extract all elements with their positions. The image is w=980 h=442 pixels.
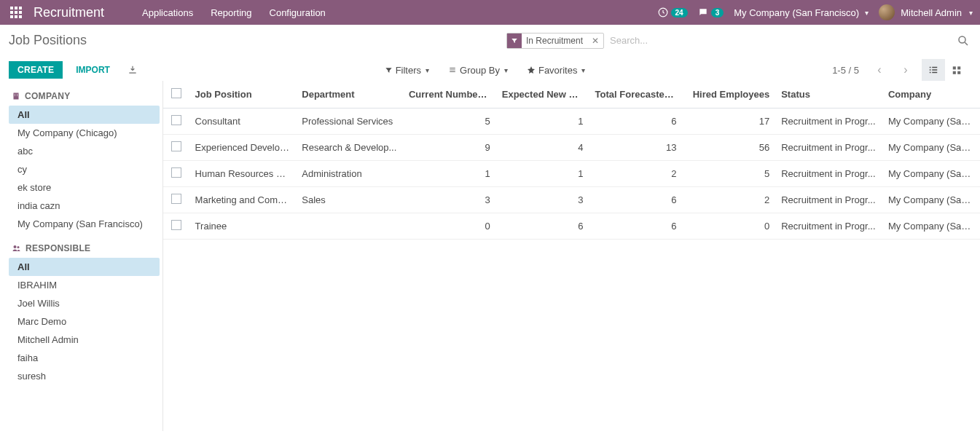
row-checkbox[interactable] bbox=[171, 115, 181, 125]
list-view-button[interactable] bbox=[922, 59, 945, 81]
groupby-button[interactable]: Group By▾ bbox=[448, 65, 508, 76]
page-prev-button[interactable]: ‹ bbox=[869, 60, 890, 80]
svg-rect-6 bbox=[10, 15, 13, 18]
filters-button[interactable]: Filters▾ bbox=[385, 65, 429, 76]
select-all-checkbox[interactable] bbox=[171, 88, 181, 98]
sidebar-item-company[interactable]: My Company (Chicago) bbox=[9, 124, 160, 142]
search-facet[interactable]: In Recruitment ✕ bbox=[506, 33, 604, 49]
svg-point-21 bbox=[17, 246, 20, 248]
cell-job: Consultant bbox=[189, 108, 297, 135]
filter-icon bbox=[385, 66, 393, 74]
kanban-view-button[interactable] bbox=[945, 59, 968, 81]
cell-department: Administration bbox=[296, 161, 403, 187]
col-header-forecast[interactable]: Total Forecasted E... bbox=[589, 81, 683, 108]
user-menu[interactable]: Mitchell Admin▾ bbox=[879, 4, 973, 20]
company-switcher[interactable]: My Company (San Francisco)▾ bbox=[734, 7, 869, 18]
apps-menu-icon[interactable] bbox=[7, 4, 25, 21]
svg-rect-1 bbox=[15, 7, 17, 9]
app-title[interactable]: Recruitment bbox=[34, 5, 104, 20]
table-row[interactable]: Human Resources M...Administration1125Re… bbox=[163, 161, 980, 187]
sidebar-item-company[interactable]: cy bbox=[9, 160, 160, 178]
search-icon[interactable] bbox=[957, 34, 970, 47]
col-header-hired[interactable]: Hired Employees bbox=[682, 81, 775, 108]
sidebar-item-responsible[interactable]: IBRAHIM bbox=[9, 276, 160, 294]
sidebar-item-company[interactable]: ek store bbox=[9, 178, 160, 197]
favorites-label: Favorites bbox=[538, 65, 577, 76]
cell-hired: 5 bbox=[682, 161, 775, 187]
building-icon bbox=[12, 92, 20, 100]
avatar bbox=[879, 4, 895, 20]
sidebar-item-company[interactable]: india cazn bbox=[9, 197, 160, 215]
col-header-company[interactable]: Company bbox=[882, 81, 980, 108]
control-panel: Job Positions In Recruitment ✕ CREATE IM… bbox=[0, 25, 980, 81]
cell-forecast: 13 bbox=[589, 135, 683, 161]
facet-remove-icon[interactable]: ✕ bbox=[587, 36, 603, 46]
sidebar-item-responsible[interactable]: faiha bbox=[9, 349, 160, 367]
svg-rect-13 bbox=[953, 71, 956, 74]
col-header-status[interactable]: Status bbox=[775, 81, 882, 108]
facet-label: In Recruitment bbox=[522, 36, 587, 46]
activity-count: 24 bbox=[671, 8, 688, 17]
row-checkbox[interactable] bbox=[171, 220, 181, 230]
filter-icon bbox=[507, 33, 522, 48]
table-header-row: Job Position Department Current Number o… bbox=[163, 81, 980, 108]
cell-forecast: 6 bbox=[589, 213, 683, 240]
messaging-indicator[interactable]: 3 bbox=[698, 7, 724, 17]
create-button[interactable]: CREATE bbox=[9, 61, 63, 79]
row-checkbox[interactable] bbox=[171, 141, 181, 151]
people-icon bbox=[12, 244, 21, 253]
cell-expected: 4 bbox=[496, 135, 589, 161]
menu-configuration[interactable]: Configuration bbox=[261, 0, 334, 25]
menu-reporting[interactable]: Reporting bbox=[202, 0, 260, 25]
search-input[interactable] bbox=[604, 32, 968, 49]
cell-status: Recruitment in Progr... bbox=[775, 135, 882, 161]
sidebar-item-company[interactable]: All bbox=[9, 106, 160, 124]
row-checkbox[interactable] bbox=[171, 194, 181, 204]
cell-department: Research & Develop... bbox=[296, 135, 403, 161]
sidebar-company-label: COMPANY bbox=[25, 91, 71, 101]
cell-job: Trainee bbox=[189, 213, 297, 240]
clock-icon bbox=[658, 7, 668, 17]
sidebar-item-responsible[interactable]: All bbox=[9, 258, 160, 276]
sidebar-item-company[interactable]: My Company (San Francisco) bbox=[9, 215, 160, 233]
col-header-department[interactable]: Department bbox=[296, 81, 403, 108]
cell-current: 3 bbox=[403, 187, 496, 213]
table-row[interactable]: Experienced DeveloperResearch & Develop.… bbox=[163, 135, 980, 161]
top-navbar: Recruitment Applications Reporting Confi… bbox=[0, 0, 980, 25]
import-button[interactable]: IMPORT bbox=[67, 61, 119, 79]
menu-applications[interactable]: Applications bbox=[133, 0, 202, 25]
row-checkbox[interactable] bbox=[171, 167, 181, 178]
col-header-expected[interactable]: Expected New Emp... bbox=[496, 81, 589, 108]
sidebar-item-company[interactable]: abc bbox=[9, 142, 160, 160]
chevron-down-icon: ▾ bbox=[504, 66, 508, 74]
star-icon bbox=[527, 66, 536, 74]
col-header-current[interactable]: Current Number of ... bbox=[403, 81, 496, 108]
sidebar-item-responsible[interactable]: Mitchell Admin bbox=[9, 331, 160, 349]
message-count: 3 bbox=[711, 8, 724, 17]
download-icon[interactable] bbox=[128, 65, 138, 75]
cell-hired: 56 bbox=[682, 135, 775, 161]
pager[interactable]: 1-5 / 5 bbox=[832, 65, 859, 76]
col-header-job[interactable]: Job Position bbox=[189, 81, 297, 108]
data-table: Job Position Department Current Number o… bbox=[163, 81, 980, 431]
sidebar-item-responsible[interactable]: Joel Willis bbox=[9, 294, 160, 312]
sidebar-responsible-label: RESPONSIBLE bbox=[26, 243, 90, 253]
svg-rect-17 bbox=[17, 94, 17, 95]
table-row[interactable]: Marketing and Comm...Sales3362Recruitmen… bbox=[163, 187, 980, 213]
cell-expected: 1 bbox=[496, 161, 589, 187]
table-row[interactable]: ConsultantProfessional Services51617Recr… bbox=[163, 108, 980, 135]
cell-status: Recruitment in Progr... bbox=[775, 108, 882, 135]
favorites-button[interactable]: Favorites▾ bbox=[527, 65, 585, 76]
activity-indicator[interactable]: 24 bbox=[658, 7, 688, 17]
page-title: Job Positions bbox=[9, 33, 87, 48]
cell-current: 1 bbox=[403, 161, 496, 187]
cell-expected: 6 bbox=[496, 213, 589, 240]
table-row[interactable]: Trainee0660Recruitment in Progr...My Com… bbox=[163, 213, 980, 240]
groupby-label: Group By bbox=[460, 65, 500, 76]
sidebar-item-responsible[interactable]: suresh bbox=[9, 367, 160, 385]
sidebar-item-responsible[interactable]: Marc Demo bbox=[9, 312, 160, 331]
cell-expected: 1 bbox=[496, 108, 589, 135]
page-next-button[interactable]: › bbox=[895, 60, 916, 80]
cell-expected: 3 bbox=[496, 187, 589, 213]
svg-rect-18 bbox=[15, 95, 15, 96]
